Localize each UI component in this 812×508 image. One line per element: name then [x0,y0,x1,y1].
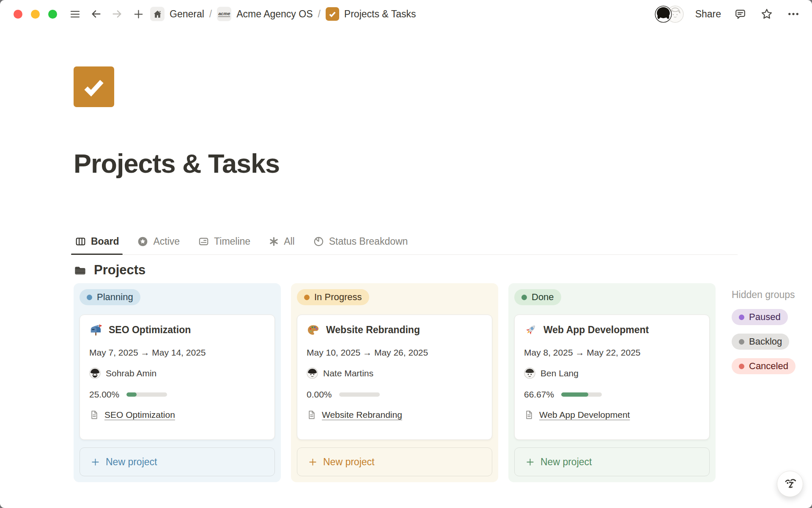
status-badge[interactable]: In Progress [297,289,369,305]
new-tab-button[interactable] [131,6,146,22]
ellipsis-icon [787,8,800,20]
column-planning: Planning SEO Optimization May 7, 2025 → … [74,283,281,482]
breadcrumb-home[interactable]: General [150,7,204,21]
status-label: Planning [97,292,133,303]
hidden-group-canceled[interactable]: Canceled [732,358,796,374]
card-title: Website Rebranding [326,324,420,336]
back-button[interactable] [88,6,104,22]
plus-icon [133,8,144,20]
new-project-button[interactable]: New project [514,447,710,476]
tab-label: Board [91,236,119,247]
plus-icon [308,457,318,467]
document-icon [307,410,317,420]
breadcrumb-workspace[interactable]: acme Acme Agency OS [217,7,313,21]
card-title: SEO Optimization [109,324,191,336]
card-title: Web App Development [543,324,649,336]
progress-label: 25.00% [89,389,119,400]
home-icon [153,9,162,19]
card-page-link[interactable]: SEO Optimization [104,410,175,420]
card-date-range: May 7, 2025 → May 14, 2025 [89,348,265,358]
column-in-progress: In Progress Website Rebranding May 10, 2… [291,283,498,482]
tab-label: Timeline [214,236,250,247]
section-title: Projects [94,262,145,278]
close-window-button[interactable] [14,10,22,19]
status-badge[interactable]: Done [514,289,561,305]
projects-section-header: Projects [74,262,812,278]
hidden-group-paused[interactable]: Paused [732,309,788,325]
more-options-button[interactable] [786,6,801,22]
project-card[interactable]: SEO Optimization May 7, 2025 → May 14, 2… [80,315,275,440]
tab-status-breakdown[interactable]: Status Breakdown [312,229,409,254]
share-button[interactable]: Share [695,8,721,20]
document-icon [524,410,534,420]
progress-label: 0.00% [307,389,332,400]
star-icon [760,8,773,20]
hamburger-icon [69,8,81,20]
card-assignee: Sohrab Amin [106,368,156,378]
star-badge-icon [137,236,148,247]
tab-timeline[interactable]: Timeline [197,229,252,254]
page-icon[interactable] [74,66,114,107]
tab-label: All [284,236,295,247]
column-done: Done Web App Development May 8, 2025 → M… [508,283,716,482]
app-window: General / acme Acme Agency OS / Projects… [0,0,812,508]
acme-logo: acme [218,11,230,17]
checkmark-icon [80,73,107,100]
assignee-avatar [307,367,318,379]
project-card[interactable]: Web App Development May 8, 2025 → May 22… [514,315,710,440]
tab-all[interactable]: All [267,229,296,254]
project-card[interactable]: Website Rebranding May 10, 2025 → May 26… [297,315,492,440]
pie-icon [313,236,324,247]
new-project-button[interactable]: New project [297,447,492,476]
home-badge [150,7,165,21]
comments-button[interactable] [732,6,748,22]
progress-fill [126,392,137,397]
zoom-window-button[interactable] [48,10,57,19]
progress-track [561,392,602,397]
progress-label: 66.67% [524,389,554,400]
breadcrumb-separator: / [209,8,212,20]
status-dot [87,295,92,300]
assignee-avatar [524,367,535,379]
status-label: Done [532,292,554,303]
checkmark-icon [328,9,337,19]
tab-active[interactable]: Active [136,229,181,254]
member-avatars[interactable] [655,6,684,23]
status-badge[interactable]: Planning [80,289,140,305]
breadcrumb-home-label: General [170,8,204,20]
card-assignee: Ben Lang [540,368,579,378]
breadcrumb-separator: / [318,8,320,20]
status-dot [739,339,744,345]
minimize-window-button[interactable] [31,10,40,19]
view-tabs: Board Active Timeline All Status Breakdo… [74,229,738,255]
new-project-label: New project [540,456,592,468]
favorite-button[interactable] [759,6,774,22]
plus-icon [91,457,100,467]
document-icon [89,410,99,420]
plus-icon [525,457,535,467]
breadcrumb: General / acme Acme Agency OS / Projects… [150,7,416,21]
card-page-link[interactable]: Website Rebranding [322,410,402,420]
hidden-group-label: Paused [749,312,781,323]
page-title: Projects & Tasks [74,149,812,178]
notion-ai-button[interactable] [777,471,803,497]
status-dot [739,315,744,320]
progress-fill [561,392,588,397]
board-icon [75,236,86,247]
sidebar-menu-button[interactable] [67,6,82,22]
card-page-link[interactable]: Web App Development [539,410,630,420]
status-dot [739,364,744,369]
breadcrumb-page[interactable]: Projects & Tasks [326,7,416,21]
hidden-group-backlog[interactable]: Backlog [732,334,789,350]
palette-emoji [307,323,320,337]
new-project-button[interactable]: New project [80,447,275,476]
card-date-range: May 10, 2025 → May 26, 2025 [307,348,483,358]
window-titlebar: General / acme Acme Agency OS / Projects… [0,0,812,28]
notion-ai-face-icon [782,476,798,492]
card-date-range: May 8, 2025 → May 22, 2025 [524,348,700,358]
tab-board[interactable]: Board [74,229,120,254]
back-arrow-icon [90,8,102,20]
forward-button[interactable] [110,6,125,22]
workspace-logo-badge: acme [217,7,231,21]
hidden-group-label: Canceled [749,361,788,372]
